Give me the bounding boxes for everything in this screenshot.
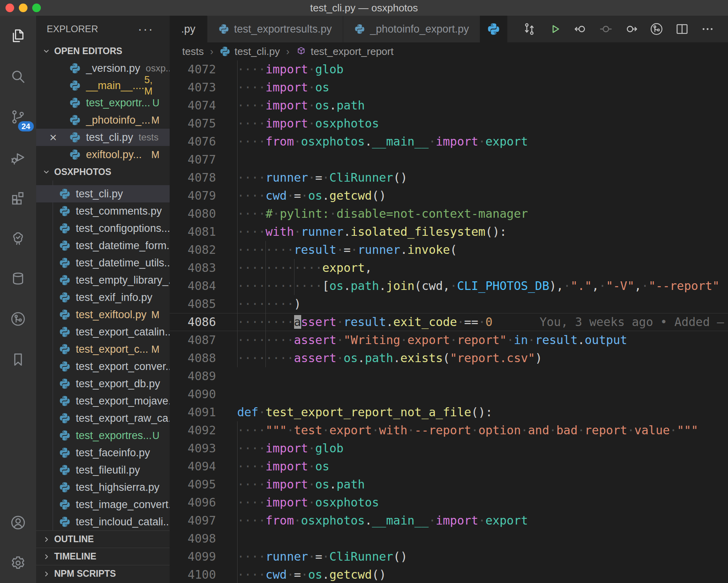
run-python-file-icon[interactable] [546,20,564,38]
line-number[interactable]: 4079 [170,187,237,205]
code-line[interactable]: 4088········assert·os.path.exists("repor… [170,349,728,367]
tree-item[interactable]: test_image_convert... [36,496,170,513]
activity-gitlens-icon[interactable] [0,299,36,339]
code-line[interactable]: 4095····import·os.path [170,476,728,494]
navigate-forward-icon[interactable] [622,20,640,38]
open-editor-item[interactable]: ×test_cli.pytests [36,129,170,146]
line-number[interactable]: 4072 [170,60,237,78]
line-number[interactable]: 4100 [170,566,237,583]
line-number[interactable]: 4097 [170,512,237,530]
open-changes-icon[interactable] [520,20,538,38]
line-number[interactable]: 4088 [170,349,237,367]
tree-item[interactable]: test_export_raw_ca... [36,410,170,427]
tab-python-icon-slot[interactable] [480,16,507,42]
activity-explorer-icon[interactable] [0,16,36,56]
code-line[interactable]: 4097····from·osxphotos.__main__·import·e… [170,512,728,530]
code-line[interactable]: 4077 [170,151,728,169]
code-line[interactable]: 4084············[os.path.join(cwd,·CLI_P… [170,277,728,295]
line-number[interactable]: 4085 [170,295,237,313]
code-line[interactable]: 4081····with·runner.isolated_filesystem(… [170,223,728,241]
code-line[interactable]: 4089 [170,367,728,385]
line-number[interactable]: 4093 [170,439,237,457]
code-line[interactable]: 4075····import·osxphotos [170,115,728,133]
code-editor[interactable]: 4072····import·glob4073····import·os4074… [170,60,728,583]
code-line[interactable]: 4093····import·glob [170,439,728,457]
line-number[interactable]: 4089 [170,367,237,385]
tab--py[interactable]: .py [170,16,207,42]
line-number[interactable]: 4095 [170,476,237,494]
open-editor-item[interactable]: __main__....5, M [36,77,170,94]
activity-source-control-icon[interactable]: 24 [0,97,36,137]
tree-item[interactable]: test_fileutil.py [36,461,170,479]
breadcrumb-item[interactable]: tests [182,46,204,58]
close-icon[interactable]: × [49,129,57,146]
code-line[interactable]: 4083············export, [170,259,728,277]
activity-run-and-debug-icon[interactable] [0,137,36,177]
line-number[interactable]: 4083 [170,259,237,277]
open-editor-item[interactable]: _photoinfo_...M [36,111,170,129]
line-number[interactable]: 4091 [170,403,237,421]
zoom-window-button[interactable] [32,4,41,12]
code-line[interactable]: 4085········) [170,295,728,313]
code-line[interactable]: 4078····runner·=·CliRunner() [170,169,728,187]
activity-bookmarks-icon[interactable] [0,339,36,379]
line-number[interactable]: 4077 [170,151,237,169]
code-line[interactable]: 4096····import·osxphotos [170,494,728,512]
tree-item[interactable]: test_export_mojave... [36,392,170,410]
activity-database-icon[interactable] [0,258,36,299]
activity-accounts-icon[interactable] [0,502,36,543]
section-open-editors[interactable]: OPEN EDITORS [36,42,170,60]
section-outline[interactable]: OUTLINE [36,530,170,548]
navigate-current-icon[interactable] [597,20,615,38]
line-number[interactable]: 4073 [170,78,237,97]
tree-item[interactable]: test_exif_info.py [36,289,170,306]
navigate-back-icon[interactable] [571,20,589,38]
code-line[interactable]: 4087········assert·"Writing·export·repor… [170,331,728,349]
tree-item[interactable]: test_datetime_form... [36,237,170,254]
line-number[interactable]: 4092 [170,421,237,439]
close-window-button[interactable] [5,4,14,12]
open-editor-item[interactable]: exiftool.py...M [36,146,170,163]
activity-search-icon[interactable] [0,56,36,97]
code-line[interactable]: 4080····#·pylint:·disable=not-context-ma… [170,205,728,223]
line-number[interactable]: 4090 [170,385,237,403]
section-osxphotos[interactable]: OSXPHOTOS [36,163,170,180]
gitlens-graph-icon[interactable] [648,20,666,38]
minimize-window-button[interactable] [19,4,27,12]
code-line[interactable]: 4099····runner·=·CliRunner() [170,548,728,566]
breadcrumb-item[interactable]: test_cli.py [219,46,280,58]
line-number[interactable]: 4084 [170,277,237,295]
tree-item[interactable]: test_faceinfo.py [36,444,170,461]
sidebar-more-icon[interactable]: ··· [138,22,154,36]
code-line[interactable]: 4094····import·os [170,457,728,476]
code-line[interactable]: 4074····import·os.path [170,97,728,115]
line-number[interactable]: 4087 [170,331,237,349]
tree-item[interactable]: test_incloud_catali... [36,513,170,530]
code-line[interactable]: 4092····"""·test·export·with·--report·op… [170,421,728,439]
code-line[interactable]: 4079····cwd·=·os.getcwd() [170,187,728,205]
tree-item[interactable]: test_export_db.py [36,375,170,392]
more-actions-icon[interactable] [699,20,717,38]
tree-item[interactable]: test_exiftool.pyM [36,306,170,323]
code-line[interactable]: 4098 [170,530,728,548]
line-number[interactable]: 4076 [170,133,237,151]
tree-item[interactable]: test_exportres...U [36,427,170,444]
tree-item[interactable]: test_export_conver... [36,358,170,375]
line-number[interactable]: 4082 [170,241,237,259]
code-line[interactable]: 4100····cwd·=·os.getcwd() [170,566,728,583]
tab-_photoinfo_export-py[interactable]: _photoinfo_export.py [343,16,480,42]
code-line[interactable]: 4072····import·glob [170,60,728,78]
tree-item[interactable]: test_datetime_utils.... [36,254,170,271]
code-line[interactable]: 4082········result·=·runner.invoke( [170,241,728,259]
line-number[interactable]: 4074 [170,97,237,115]
section-npm-scripts[interactable]: NPM SCRIPTS [36,565,170,582]
line-number[interactable]: 4086 [170,313,237,331]
tab-test_exportresults-py[interactable]: test_exportresults.py [207,16,343,42]
tree-item[interactable]: test_configoptions.... [36,220,170,237]
line-number[interactable]: 4099 [170,548,237,566]
tree-item[interactable]: test_cli.py [36,185,170,202]
code-line[interactable]: 4091def·test_export_report_not_a_file(): [170,403,728,421]
code-line[interactable]: 4090 [170,385,728,403]
split-editor-icon[interactable] [673,20,691,38]
code-line[interactable]: 4073····import·os [170,78,728,97]
